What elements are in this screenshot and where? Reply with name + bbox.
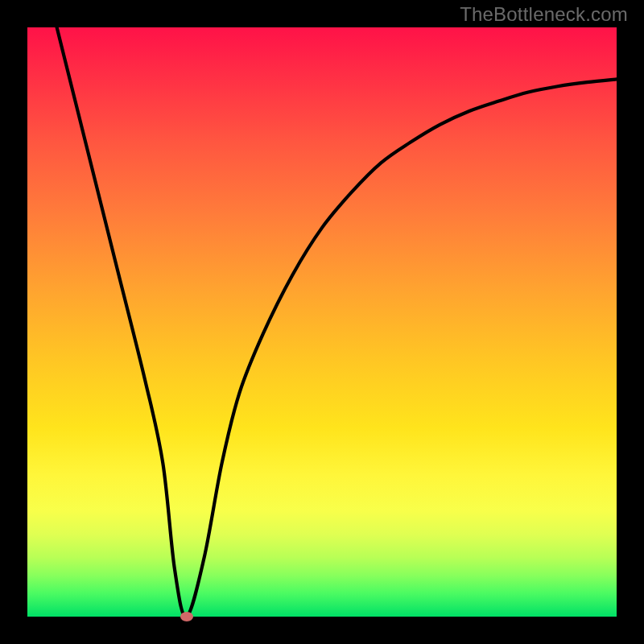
plot-area bbox=[27, 27, 617, 617]
bottleneck-curve bbox=[57, 27, 617, 617]
curve-svg bbox=[27, 27, 617, 617]
optimum-marker bbox=[180, 612, 193, 621]
watermark-text: TheBottleneck.com bbox=[460, 3, 628, 26]
chart-frame: TheBottleneck.com bbox=[0, 0, 644, 644]
